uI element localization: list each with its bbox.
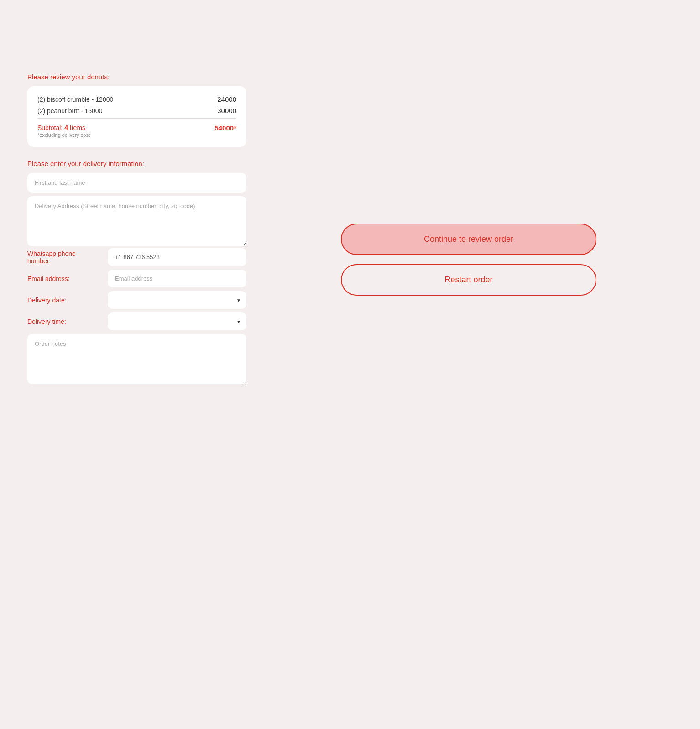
subtotal-row: Subtotal: 4 Items *excluding delivery co… bbox=[37, 124, 236, 138]
restart-button[interactable]: Restart order bbox=[341, 264, 596, 296]
delivery-section-label: Please enter your delivery information: bbox=[27, 160, 246, 167]
continue-button[interactable]: Continue to review order bbox=[341, 224, 596, 255]
order-item-row-1: (2) biscoff crumble - 12000 24000 bbox=[37, 95, 236, 103]
delivery-form-section: Please enter your delivery information: … bbox=[27, 160, 246, 386]
email-label: Email address: bbox=[27, 275, 100, 282]
whatsapp-row: Whatsapp phone number: bbox=[27, 248, 246, 266]
order-item-value-1: 24000 bbox=[217, 95, 236, 103]
delivery-time-label: Delivery time: bbox=[27, 318, 100, 325]
delivery-date-select-wrapper: ▼ bbox=[108, 291, 246, 309]
left-panel: Please review your donuts: (2) biscoff c… bbox=[27, 73, 246, 386]
order-notes-section bbox=[27, 334, 246, 386]
delivery-time-select[interactable] bbox=[108, 312, 246, 330]
email-input[interactable] bbox=[108, 270, 246, 287]
delivery-date-label: Delivery date: bbox=[27, 297, 100, 304]
subtotal-label: Subtotal: 4 Items bbox=[37, 124, 90, 131]
whatsapp-input[interactable] bbox=[108, 248, 246, 266]
order-summary-box: (2) biscoff crumble - 12000 24000 (2) pe… bbox=[27, 86, 246, 147]
order-summary-section: Please review your donuts: (2) biscoff c… bbox=[27, 73, 246, 147]
subtotal-value: 54000* bbox=[214, 124, 236, 132]
order-notes-textarea[interactable] bbox=[27, 334, 246, 384]
order-item-value-2: 30000 bbox=[217, 107, 236, 115]
name-input[interactable] bbox=[27, 173, 246, 193]
right-panel: Continue to review order Restart order bbox=[265, 73, 673, 296]
order-item-label-1: (2) biscoff crumble - 12000 bbox=[37, 96, 113, 103]
order-item-label-2: (2) peanut butt - 15000 bbox=[37, 107, 102, 115]
subtotal-note: *excluding delivery cost bbox=[37, 132, 90, 138]
delivery-date-select[interactable] bbox=[108, 291, 246, 309]
email-row: Email address: bbox=[27, 270, 246, 287]
order-item-row-2: (2) peanut butt - 15000 30000 bbox=[37, 107, 236, 115]
order-summary-label: Please review your donuts: bbox=[27, 73, 246, 81]
address-textarea[interactable] bbox=[27, 196, 246, 246]
whatsapp-label: Whatsapp phone number: bbox=[27, 250, 100, 265]
delivery-time-row: Delivery time: ▼ bbox=[27, 312, 246, 330]
delivery-date-row: Delivery date: ▼ bbox=[27, 291, 246, 309]
delivery-time-select-wrapper: ▼ bbox=[108, 312, 246, 330]
